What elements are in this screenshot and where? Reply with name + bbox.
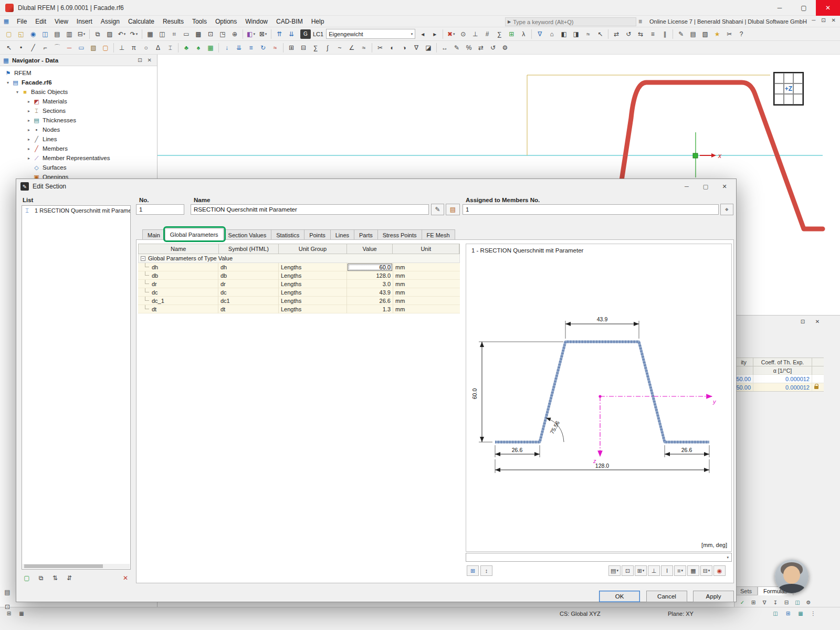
- opening-new-icon[interactable]: ▢: [100, 42, 111, 54]
- rotate-tool-icon[interactable]: ↺: [487, 42, 499, 54]
- delete-results-icon-dropdown[interactable]: ▾: [453, 32, 455, 36]
- close-panel-icon[interactable]: ✕: [813, 317, 822, 326]
- arrow-mode-icon[interactable]: ↖: [594, 28, 606, 40]
- tab-lines[interactable]: Lines: [331, 229, 354, 240]
- preview-numbering-icon[interactable]: ⊞▾: [635, 565, 647, 576]
- deformation-icon[interactable]: ~: [334, 42, 345, 54]
- renumber-sections-icon[interactable]: ⇵: [64, 573, 75, 583]
- select-arrow-icon[interactable]: ↖: [3, 42, 15, 54]
- add-comment-icon[interactable]: ✎: [675, 28, 687, 40]
- templates-icon[interactable]: ▧: [699, 28, 711, 40]
- origin-node-marker[interactable]: [693, 153, 698, 158]
- temperature-load-icon[interactable]: ≈: [269, 42, 281, 54]
- param-unit-group[interactable]: Lengths: [279, 280, 347, 288]
- panel-toggle-bottom-icon[interactable]: ⊡: [2, 602, 13, 612]
- param-unit-group[interactable]: Lengths: [279, 263, 347, 271]
- collapse-group-icon[interactable]: −: [141, 256, 145, 261]
- param-row-dr[interactable]: drdrLengths3.0mm: [138, 280, 460, 288]
- menu-view[interactable]: View: [50, 16, 72, 27]
- preview-view-icon-dropdown[interactable]: ▾: [616, 569, 618, 573]
- dialog-close-icon[interactable]: ✕: [715, 181, 734, 192]
- tree-item-rfem[interactable]: ⚑RFEM: [0, 68, 157, 78]
- preview-parts-icon-dropdown[interactable]: ▾: [681, 569, 683, 573]
- mesh-quality-icon[interactable]: ⊟: [298, 42, 309, 54]
- param-row-dh[interactable]: dhdhLengthsmm: [138, 263, 460, 271]
- param-row-dc-1[interactable]: dc_1dc1Lengths26.6mm: [138, 297, 460, 305]
- redo-icon[interactable]: ↷▾: [128, 28, 140, 40]
- copy-icon[interactable]: ⧉: [92, 28, 103, 40]
- delete-section-icon[interactable]: ✕: [120, 573, 131, 583]
- edit-name-icon[interactable]: ✎: [431, 204, 444, 215]
- chevron-right-icon[interactable]: ▸: [25, 128, 33, 132]
- material-row[interactable]: 50.000.000012: [734, 383, 824, 391]
- panel-settings-icon[interactable]: ⚙: [804, 598, 813, 606]
- param-value[interactable]: 128.0: [347, 271, 393, 280]
- status-osnap-icon[interactable]: ▦: [796, 609, 805, 617]
- menu-calculate[interactable]: Calculate: [124, 16, 159, 27]
- save-icon[interactable]: ▥: [64, 28, 75, 40]
- view-cube-cell[interactable]: [774, 73, 784, 83]
- mdi-close-icon[interactable]: ✕: [832, 17, 836, 23]
- tree-item-materials[interactable]: ▸◩Materials: [0, 97, 157, 106]
- material-row[interactable]: 50.000.000012: [734, 374, 824, 383]
- node-new-icon[interactable]: •: [15, 42, 27, 54]
- chevron-down-icon[interactable]: ▾: [14, 90, 21, 94]
- eccentricity-icon[interactable]: Δ: [152, 42, 164, 54]
- surface-new-icon[interactable]: ▭: [76, 42, 87, 54]
- param-value[interactable]: 26.6: [347, 297, 393, 305]
- chevron-right-icon[interactable]: ▸: [25, 146, 33, 151]
- gear-icon[interactable]: ⚙: [499, 42, 511, 54]
- tab-parts[interactable]: Parts: [354, 229, 378, 240]
- move-copy-icon[interactable]: ⇄: [611, 28, 622, 40]
- menu-cad-bim[interactable]: CAD-BIM: [272, 16, 307, 27]
- solid-new-icon[interactable]: ▧: [88, 42, 99, 54]
- param-unit-group[interactable]: Lengths: [279, 297, 347, 305]
- coordinate-system-status[interactable]: CS: Global XYZ: [560, 611, 601, 617]
- table-manager-icon[interactable]: ▦: [2, 18, 10, 25]
- load-case-next-icon[interactable]: ▸: [429, 28, 440, 40]
- tree-item-nodes[interactable]: ▸•Nodes: [0, 125, 157, 134]
- menu-assign[interactable]: Assign: [97, 16, 124, 27]
- surface-load-icon[interactable]: ≡: [245, 42, 257, 54]
- preview-print-icon-dropdown[interactable]: ▾: [708, 569, 710, 573]
- line-load-icon[interactable]: ⇊: [233, 42, 245, 54]
- param-unit-group[interactable]: Lengths: [279, 288, 347, 297]
- member-new-icon[interactable]: ─: [64, 42, 75, 54]
- param-row-db[interactable]: dbdbLengths128.0mm: [138, 271, 460, 280]
- ok-button[interactable]: OK: [599, 591, 640, 602]
- param-row-dt[interactable]: dtdtLengths1.3mm: [138, 305, 460, 313]
- panel-views-icon[interactable]: ◫: [793, 598, 802, 606]
- clip-section-icon[interactable]: ✂: [374, 42, 386, 54]
- load-case-select[interactable]: Eigengewicht ▾: [326, 29, 415, 39]
- tab-global-parameters[interactable]: Global Parameters: [165, 228, 224, 240]
- clip-plane-icon[interactable]: ◨: [570, 28, 582, 40]
- tree-item-members[interactable]: ▸╱Members: [0, 144, 157, 153]
- help-icon[interactable]: ?: [736, 28, 747, 40]
- smooth-results-icon[interactable]: ≈: [358, 42, 370, 54]
- percent-display-icon[interactable]: %: [463, 42, 475, 54]
- preview-stress-points-icon[interactable]: I: [661, 565, 673, 576]
- chevron-right-icon[interactable]: ▸: [25, 118, 33, 123]
- tree-item-surfaces[interactable]: ◇Surfaces: [0, 163, 157, 172]
- filter-tree-icon[interactable]: ∇: [534, 28, 545, 40]
- render-icon[interactable]: ▩: [193, 28, 204, 40]
- mdi-minimize-icon[interactable]: ─: [812, 17, 815, 23]
- graphics-settings-icon[interactable]: ⊡: [205, 28, 216, 40]
- param-value[interactable]: 3.0: [347, 280, 393, 288]
- center-object-icon[interactable]: ⊕: [229, 28, 240, 40]
- view-cube-z-face[interactable]: +Z: [784, 83, 793, 94]
- param-value[interactable]: 1.3: [347, 305, 393, 313]
- param-unit-group[interactable]: Lengths: [279, 271, 347, 280]
- favorites-icon[interactable]: ★: [711, 28, 723, 40]
- member-hinge-icon[interactable]: ○: [140, 42, 152, 54]
- mirror-copy-icon[interactable]: ⇆: [635, 28, 646, 40]
- print-icon-dropdown[interactable]: ▾: [83, 32, 86, 36]
- chevron-down-icon[interactable]: ▾: [4, 80, 12, 85]
- new-model-icon[interactable]: ▢: [3, 28, 15, 40]
- panel-export-icon[interactable]: ↧: [771, 598, 780, 606]
- dialog-title-bar[interactable]: ✎ Edit Section ─ ▢ ✕: [16, 179, 736, 194]
- view-cube-cell[interactable]: [793, 73, 803, 83]
- dialog-minimize-icon[interactable]: ─: [677, 181, 696, 192]
- scrollbar-thumb[interactable]: [24, 564, 103, 568]
- preview-dimensions-icon[interactable]: ⊡: [622, 565, 634, 576]
